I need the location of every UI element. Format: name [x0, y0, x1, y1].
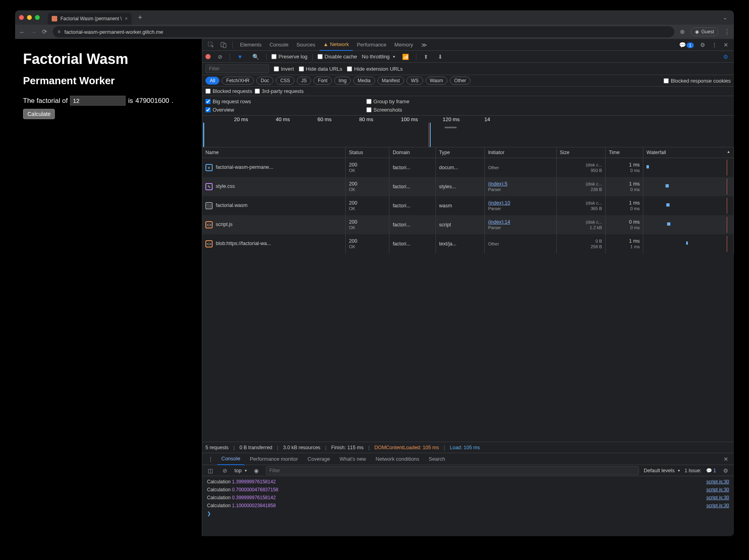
devtools-tab-console[interactable]: Console [265, 39, 292, 51]
column-header-type[interactable]: Type [436, 147, 485, 158]
sentence-mid: is [128, 97, 133, 105]
group-by-frame-checkbox[interactable]: Group by frame [366, 98, 409, 104]
css-file-icon: ✎ [205, 183, 213, 190]
network-row[interactable]: ≡factorial-wasm-permane...200OKfactori..… [202, 158, 505, 178]
timeline-label: 14 [484, 116, 490, 122]
third-party-checkbox[interactable]: 3rd-party requests [255, 88, 304, 94]
devtools-tab-network[interactable]: ▲Network [319, 39, 353, 51]
device-toggle-icon[interactable] [218, 42, 229, 48]
new-tab-button[interactable]: + [138, 14, 142, 22]
preserve-log-checkbox[interactable]: Preserve log [271, 54, 308, 60]
devtools-panel: ElementsConsoleSources▲NetworkPerformanc… [202, 39, 505, 378]
filter-pill-media[interactable]: Media [353, 77, 375, 85]
window-close-icon[interactable] [19, 15, 24, 20]
network-timeline[interactable]: 20 ms40 ms60 ms80 ms100 ms120 ms14 [202, 116, 505, 147]
column-header-status[interactable]: Status [346, 147, 389, 158]
filter-pill-manifest[interactable]: Manifest [377, 77, 404, 85]
filter-pill-doc[interactable]: Doc [256, 77, 273, 85]
tab-close-icon[interactable]: × [125, 16, 128, 21]
sentence-suffix: . [172, 97, 174, 105]
network-row[interactable]: <>blob:https://factorial-wa...200OKfacto… [202, 234, 505, 253]
forward-button[interactable]: → [31, 29, 37, 35]
filter-pill-all[interactable]: All [205, 77, 219, 85]
invert-checkbox[interactable]: Invert [274, 66, 294, 72]
result-value: 479001600 [135, 97, 169, 105]
hide-data-urls-checkbox[interactable]: Hide data URLs [299, 66, 343, 72]
tab-title: Factorial Wasm (permanent \ [60, 16, 122, 21]
page-h2: Permanent Worker [23, 75, 194, 87]
network-filter-input[interactable] [205, 64, 269, 73]
filter-toggle-icon[interactable]: ▼ [235, 54, 245, 60]
titlebar: Factorial Wasm (permanent \ × + ⌄ [15, 10, 505, 25]
filter-pill-ws[interactable]: WS [406, 77, 423, 85]
doc-file-icon: ≡ [205, 164, 213, 171]
throttling-select[interactable]: No throttling [362, 54, 395, 60]
more-tabs-icon[interactable]: ≫ [419, 42, 430, 48]
filter-pill-wasm[interactable]: Wasm [426, 77, 448, 85]
column-header-name[interactable]: Name [202, 147, 346, 158]
timeline-label: 20 ms [234, 116, 248, 122]
browser-toolbar: ← → ⟳ ≡ factorial-wasm-permanent-worker.… [15, 25, 505, 39]
filter-pill-font[interactable]: Font [314, 77, 332, 85]
address-bar[interactable]: ≡ factorial-wasm-permanent-worker.glitch… [53, 26, 505, 37]
filter-pill-img[interactable]: Img [334, 77, 351, 85]
timeline-label: 40 ms [276, 116, 290, 122]
filter-pill-css[interactable]: CSS [276, 77, 294, 85]
favicon-icon [52, 16, 57, 21]
devtools-tabs: ElementsConsoleSources▲NetworkPerformanc… [202, 39, 505, 51]
factorial-input[interactable] [70, 96, 126, 106]
filter-pill-js[interactable]: JS [297, 77, 311, 85]
site-info-icon[interactable]: ≡ [58, 29, 60, 35]
window-minimize-icon[interactable] [27, 15, 32, 20]
column-header-domain[interactable]: Domain [389, 147, 436, 158]
filter-pill-fetch-xhr[interactable]: Fetch/XHR [222, 77, 254, 85]
disable-cache-checkbox[interactable]: Disable cache [317, 54, 357, 60]
download-har-icon[interactable]: ⬇ [435, 54, 445, 60]
search-icon[interactable]: 🔍 [250, 54, 261, 60]
inspect-icon[interactable] [205, 42, 217, 48]
calculate-button[interactable]: Calculate [23, 109, 55, 119]
timeline-label: 60 ms [317, 116, 331, 122]
overview-checkbox[interactable]: Overview [205, 107, 251, 113]
devtools-tab-performance[interactable]: Performance [353, 39, 390, 51]
page-content: Factorial Wasm Permanent Worker The fact… [15, 39, 202, 378]
devtools-tab-memory[interactable]: Memory [391, 39, 417, 51]
sentence-prefix: The factorial of [23, 97, 68, 105]
filter-pill-other[interactable]: Other [450, 77, 470, 85]
network-row[interactable]: <>script.js200OKfactori...script(index):… [202, 215, 505, 234]
network-conditions-icon[interactable]: 📶 [400, 54, 411, 60]
screenshots-checkbox[interactable]: Screenshots [366, 107, 409, 113]
devtools-tab-sources[interactable]: Sources [292, 39, 319, 51]
js-file-icon: <> [205, 221, 213, 228]
url-text: factorial-wasm-permanent-worker.glitch.m… [64, 29, 163, 35]
wasm-file-icon: ⬛ [205, 202, 213, 209]
big-rows-checkbox[interactable]: Big request rows [205, 98, 251, 104]
timeline-label: 120 ms [443, 116, 460, 122]
js-file-icon: <> [205, 240, 213, 247]
hide-extension-urls-checkbox[interactable]: Hide extension URLs [347, 66, 403, 72]
column-header-initiator[interactable]: Initiator [485, 147, 505, 158]
browser-tab[interactable]: Factorial Wasm (permanent \ × [48, 13, 132, 25]
devtools-tab-elements[interactable]: Elements [236, 39, 265, 51]
blocked-requests-checkbox[interactable]: Blocked requests [205, 88, 252, 94]
reload-button[interactable]: ⟳ [42, 28, 47, 35]
upload-har-icon[interactable]: ⬆ [421, 54, 431, 60]
network-row[interactable]: ⬛factorial.wasm200OKfactori...wasm(index… [202, 196, 505, 215]
svg-rect-2 [223, 44, 226, 48]
timeline-label: 100 ms [401, 116, 418, 122]
back-button[interactable]: ← [19, 29, 25, 35]
network-table[interactable]: NameStatusDomainTypeInitiatorSizeTimeWat… [202, 147, 505, 378]
window-maximize-icon[interactable] [35, 15, 40, 20]
network-row[interactable]: ✎style.css200OKfactori...styles...(index… [202, 177, 505, 196]
timeline-label: 80 ms [359, 116, 373, 122]
clear-icon[interactable]: ⊘ [215, 54, 225, 60]
page-h1: Factorial Wasm [23, 51, 194, 68]
record-button[interactable] [205, 54, 211, 59]
